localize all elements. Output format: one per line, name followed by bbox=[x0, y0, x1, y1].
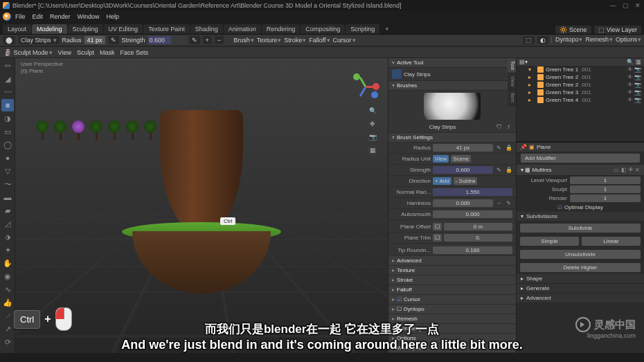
sec-subdivisions[interactable]: ▾Subdivisions bbox=[517, 212, 644, 221]
menu-facesets[interactable]: Face Sets bbox=[120, 49, 148, 56]
strength-pressure-icon[interactable]: ✎ bbox=[189, 36, 200, 44]
np-planetrim[interactable]: 0. bbox=[444, 234, 512, 242]
sec-advanced[interactable]: ▸Advanced bbox=[388, 256, 516, 266]
outliner-row[interactable]: ▸Green Tree 2.001👁📷 bbox=[517, 81, 644, 89]
vtab-view[interactable]: View bbox=[508, 73, 516, 90]
tab-shading[interactable]: Shading bbox=[190, 24, 223, 34]
tab-compositing[interactable]: Compositing bbox=[301, 24, 345, 34]
scene-selector[interactable]: 🔆 Scene bbox=[555, 26, 591, 34]
viewlayer-selector[interactable]: ⬚ View Layer bbox=[594, 26, 641, 34]
pressure-icon[interactable]: ✎ bbox=[495, 166, 503, 174]
tool-crease-icon[interactable]: ▽ bbox=[1, 165, 14, 177]
tool-pose-icon[interactable]: ⟋ bbox=[1, 309, 14, 322]
sec-advanced2[interactable]: ▸Advanced bbox=[517, 293, 644, 303]
ru-view[interactable]: View bbox=[433, 155, 449, 163]
tool-grab-icon[interactable]: ✋ bbox=[1, 257, 14, 269]
outliner-row[interactable]: ▸Green Tree 3.001👁📷 bbox=[517, 89, 644, 96]
sec-stroke[interactable]: ▸Stroke bbox=[388, 275, 516, 285]
btn-simple[interactable]: Simple bbox=[520, 237, 579, 246]
np-hardness[interactable]: 0.000 bbox=[433, 199, 493, 207]
sec-symmetry[interactable]: ▸Symmetry bbox=[388, 324, 516, 334]
dir-add[interactable]: + Add bbox=[433, 177, 451, 185]
sec-options[interactable]: ▸Options bbox=[388, 334, 516, 343]
tab-modeling[interactable]: Modeling bbox=[32, 24, 67, 34]
np-tip[interactable]: 0.180 bbox=[433, 246, 512, 254]
outliner-row[interactable]: ▾Green Tree 1.001👁📷 bbox=[517, 66, 644, 73]
dd-cursor[interactable]: Cursor▾ bbox=[333, 37, 356, 44]
optimal-display[interactable]: Optimal Display bbox=[564, 204, 603, 210]
brush-preview-name[interactable]: Clay Strips bbox=[392, 124, 493, 130]
filter-icon[interactable]: ▤▾ bbox=[519, 59, 528, 65]
brush-fake-icon[interactable]: 🛡 bbox=[495, 123, 503, 131]
sec-texture[interactable]: ▸Texture bbox=[388, 266, 516, 275]
tool-elastic-icon[interactable]: ◉ bbox=[1, 270, 14, 282]
tool-clay-icon[interactable]: 〰 bbox=[1, 86, 14, 98]
tab-layout[interactable]: Layout bbox=[3, 24, 31, 34]
tool-rotate-icon[interactable]: ⟳ bbox=[1, 336, 14, 348]
tool-drawsharp-icon[interactable]: ◢ bbox=[1, 73, 14, 85]
dd-falloff[interactable]: Falloff▾ bbox=[309, 37, 330, 44]
lock-icon[interactable]: 🔒 bbox=[505, 166, 512, 174]
minimize-icon[interactable]: — bbox=[609, 2, 616, 9]
tool-inflate-icon[interactable]: ◯ bbox=[1, 138, 14, 151]
tab-animation[interactable]: Animation bbox=[224, 24, 261, 34]
modifier-header[interactable]: ▾ ▦ Multires▭ ◧ 👁 ✕ bbox=[517, 165, 644, 176]
dir-sub-icon[interactable]: − bbox=[215, 36, 224, 44]
sec-cursor[interactable]: ▸☑Cursor bbox=[388, 295, 516, 305]
tool-scrape-icon[interactable]: ◿ bbox=[1, 217, 14, 230]
brush-icon[interactable]: ⬤ bbox=[3, 36, 15, 44]
overlay-toggle-icon[interactable]: ⬚ bbox=[523, 36, 535, 44]
search-icon[interactable]: 🔍 bbox=[627, 59, 634, 65]
planetrim-check[interactable]: ☐ bbox=[433, 234, 442, 242]
strength-slider[interactable]: 0.600 bbox=[148, 36, 186, 44]
dir-sub[interactable]: - Subtra bbox=[454, 177, 477, 185]
brush-preview[interactable] bbox=[424, 93, 481, 120]
tab-scripting[interactable]: Scripting bbox=[346, 24, 379, 34]
filter2-icon[interactable]: ▥ bbox=[636, 59, 641, 65]
tool-pinch-icon[interactable]: ✦ bbox=[1, 244, 14, 256]
persp-icon[interactable]: ▦ bbox=[367, 145, 378, 156]
tab-rendering[interactable]: Rendering bbox=[262, 24, 301, 34]
sec-generate[interactable]: ▸Generate bbox=[517, 284, 644, 293]
brush-selector[interactable]: Clay Strips▾ bbox=[18, 36, 60, 44]
tool-fill-icon[interactable]: ▰ bbox=[1, 204, 14, 217]
tab-add[interactable]: + bbox=[380, 24, 393, 34]
pressure-icon[interactable]: ✎ bbox=[505, 199, 512, 207]
maximize-icon[interactable]: ▢ bbox=[622, 2, 629, 9]
sec-shape[interactable]: ▸Shape bbox=[517, 274, 644, 284]
np-strength[interactable]: 0.600 bbox=[433, 166, 493, 174]
dd-texture[interactable]: Texture▾ bbox=[257, 37, 282, 44]
nav-gizmo[interactable] bbox=[352, 72, 379, 100]
sec-workspace[interactable]: ▸Workspace bbox=[388, 343, 516, 353]
menu-sculpt[interactable]: Sculpt bbox=[77, 49, 94, 56]
outliner[interactable]: ▤▾🔍▥ ▾Green Tree 1.001👁📷 ▸Green Tree 2.0… bbox=[517, 58, 644, 143]
options-dd[interactable]: Options▾ bbox=[616, 36, 641, 44]
sec-remesh[interactable]: ▸Remesh bbox=[388, 314, 516, 324]
radius-pressure-icon[interactable]: ✎ bbox=[108, 36, 119, 44]
menu-edit[interactable]: Edit bbox=[30, 13, 46, 20]
menu-help[interactable]: Help bbox=[104, 13, 123, 20]
outliner-row[interactable]: ▸Green Tree 4.001👁📷 bbox=[517, 96, 644, 104]
btn-linear[interactable]: Linear bbox=[582, 237, 641, 246]
planeoff-check[interactable]: ☐ bbox=[433, 223, 442, 230]
outliner-row[interactable]: ▸Green Tree 2.001👁📷 bbox=[517, 73, 644, 81]
np-radius[interactable]: 41 px bbox=[433, 144, 493, 152]
dd-stroke[interactable]: Stroke▾ bbox=[284, 37, 306, 44]
menu-mask[interactable]: Mask bbox=[100, 49, 115, 56]
remesh-dd[interactable]: Remesh▾ bbox=[585, 36, 613, 44]
tool-claystrips-icon[interactable]: ≡ bbox=[1, 99, 14, 111]
tool-flatten-icon[interactable]: ▬ bbox=[1, 191, 14, 203]
dyntopo-dd[interactable]: Dyntopo▾ bbox=[555, 36, 583, 44]
pin-icon[interactable]: 📌 bbox=[520, 144, 527, 150]
btn-delete-higher[interactable]: Delete Higher bbox=[520, 263, 641, 272]
panel-brushes[interactable]: ▾Brushes bbox=[388, 81, 516, 91]
tool-blob-icon[interactable]: ● bbox=[1, 152, 14, 164]
sec-dyntopo[interactable]: ▸☐Dyntopo bbox=[388, 305, 516, 314]
tool-draw-icon[interactable]: ✏ bbox=[1, 60, 14, 72]
tool-claythumb-icon[interactable]: ◑ bbox=[1, 112, 14, 125]
level-viewport[interactable]: 1 bbox=[570, 177, 641, 184]
ru-scene[interactable]: Scene bbox=[451, 155, 471, 163]
np-autosmooth[interactable]: 0.000 bbox=[433, 210, 512, 218]
tool-thumb-icon[interactable]: 👍 bbox=[1, 296, 14, 309]
tool-multiplane-icon[interactable]: ⬗ bbox=[1, 230, 14, 243]
